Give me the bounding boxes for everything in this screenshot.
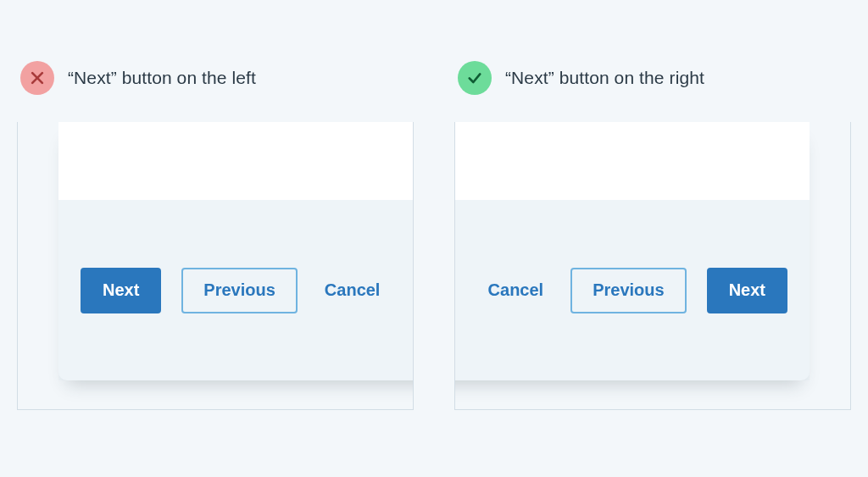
- good-example-dialog: Cancel Previous Next: [454, 122, 810, 380]
- good-example-caption: “Next” button on the right: [505, 68, 704, 88]
- next-button[interactable]: Next: [707, 268, 787, 313]
- comparison-stage: “Next” button on the left Next Previous …: [0, 0, 868, 410]
- dialog-body: [454, 122, 810, 200]
- cancel-button[interactable]: Cancel: [481, 268, 551, 313]
- previous-button[interactable]: Previous: [570, 268, 686, 313]
- cross-icon: [20, 61, 54, 95]
- previous-button[interactable]: Previous: [181, 268, 297, 313]
- dialog-footer: Next Previous Cancel: [58, 200, 414, 380]
- bad-example-header: “Next” button on the left: [17, 61, 414, 95]
- check-icon: [458, 61, 492, 95]
- next-button[interactable]: Next: [81, 268, 161, 313]
- bad-example-caption: “Next” button on the left: [68, 68, 256, 88]
- good-example-column: “Next” button on the right Cancel Previo…: [454, 61, 851, 410]
- good-example-frame: Cancel Previous Next: [454, 122, 851, 410]
- dialog-body: [58, 122, 414, 200]
- dialog-footer: Cancel Previous Next: [454, 200, 810, 380]
- cancel-button[interactable]: Cancel: [318, 268, 387, 313]
- bad-example-dialog-wrapper: Next Previous Cancel: [58, 122, 414, 380]
- bad-example-column: “Next” button on the left Next Previous …: [17, 61, 414, 410]
- good-example-dialog-wrapper: Cancel Previous Next: [454, 122, 810, 380]
- bad-example-dialog: Next Previous Cancel: [58, 122, 414, 380]
- good-example-header: “Next” button on the right: [454, 61, 851, 95]
- bad-example-frame: Next Previous Cancel: [17, 122, 414, 410]
